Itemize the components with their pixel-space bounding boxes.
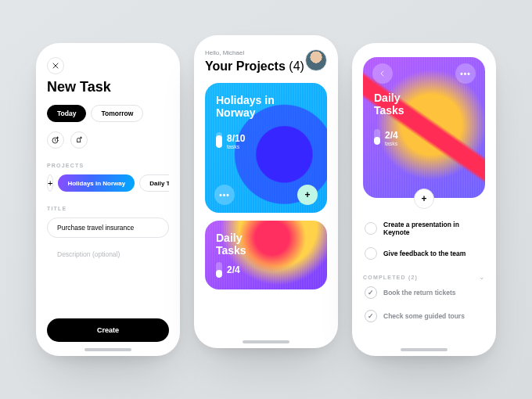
project-hero-card: ••• Daily Tasks 2/4 tasks (363, 57, 485, 198)
card-more-button[interactable]: ••• (455, 63, 476, 84)
projects-heading: Your Projects (4) (205, 59, 304, 74)
avatar[interactable] (305, 49, 327, 71)
add-project-button[interactable]: + (47, 174, 53, 192)
task-row[interactable]: Give feedback to the team (363, 242, 485, 265)
dots-icon: ••• (460, 70, 471, 78)
home-indicator (84, 348, 131, 351)
greeting: Hello, Michael (205, 49, 304, 56)
project-chip-selected[interactable]: Holidays in Norway (58, 174, 135, 192)
title-section-label: TITLE (47, 206, 169, 211)
chevron-down-icon[interactable]: ⌄ (479, 273, 485, 281)
card-more-button[interactable]: ••• (214, 185, 235, 205)
create-button[interactable]: Create (47, 318, 169, 342)
progress-pill-icon (216, 132, 222, 148)
add-time-button[interactable] (47, 131, 64, 149)
home-indicator (401, 348, 448, 351)
task-label: Book the return tickets (383, 289, 456, 297)
close-icon (51, 61, 60, 70)
task-label: Create a presentation in Keynote (383, 221, 483, 236)
heading-text: Your Projects (205, 59, 286, 73)
screen-daily-tasks: ••• Daily Tasks 2/4 tasks + Create a pre… (352, 43, 496, 356)
task-label: Check some guided tours (383, 312, 465, 320)
project-chip[interactable]: Daily T (139, 174, 169, 192)
bell-plus-icon (74, 135, 84, 145)
project-card-title: Daily Tasks (374, 92, 474, 117)
projects-section-label: PROJECTS (47, 163, 169, 168)
task-ratio: 2/4 (227, 264, 240, 275)
task-row-done[interactable]: ✓ Book the return tickets (363, 281, 485, 304)
task-description-input[interactable]: Description (optional) (47, 244, 169, 264)
back-button[interactable] (372, 63, 393, 84)
task-unit: tasks (385, 141, 398, 146)
close-button[interactable] (47, 57, 64, 74)
checkbox-empty-icon[interactable] (365, 222, 377, 235)
add-task-button[interactable]: + (414, 189, 434, 209)
checkbox-done-icon[interactable]: ✓ (365, 286, 377, 299)
task-ratio: 8/10 (227, 133, 245, 144)
dots-icon: ••• (219, 191, 230, 200)
project-card-daily[interactable]: Daily Tasks 2/4 (205, 221, 327, 289)
screen-new-task: New Task Today Tomorrow PROJECTS + Holid… (36, 43, 180, 356)
tab-today[interactable]: Today (47, 105, 86, 122)
screen-projects: Hello, Michael Your Projects (4) Holiday… (194, 35, 338, 348)
project-card-title: Holidays in Norway (216, 94, 316, 119)
task-unit: tasks (227, 144, 245, 149)
project-card-title: Daily Tasks (216, 232, 316, 257)
progress-pill-icon (216, 262, 222, 278)
task-row-done[interactable]: ✓ Check some guided tours (363, 304, 485, 328)
task-ratio: 2/4 (385, 130, 398, 141)
completed-section-label: COMPLETED (2) (363, 275, 418, 280)
checkbox-done-icon[interactable]: ✓ (365, 310, 377, 322)
chevron-left-icon (378, 69, 387, 78)
day-tabs: Today Tomorrow (47, 105, 169, 122)
tab-tomorrow[interactable]: Tomorrow (91, 105, 143, 122)
card-add-button[interactable]: + (297, 185, 318, 205)
add-reminder-button[interactable] (70, 131, 88, 149)
task-row[interactable]: Create a presentation in Keynote (363, 215, 485, 242)
task-title-input[interactable]: Purchase travel insurance (47, 217, 169, 238)
clock-plus-icon (51, 135, 60, 145)
project-card-holidays[interactable]: Holidays in Norway 8/10 tasks ••• + (205, 83, 327, 213)
checkbox-empty-icon[interactable] (365, 247, 377, 260)
projects-count: (4) (289, 59, 304, 73)
task-label: Give feedback to the team (383, 250, 466, 257)
page-title: New Task (47, 79, 169, 95)
home-indicator (243, 340, 289, 343)
progress-pill-icon (374, 129, 380, 145)
